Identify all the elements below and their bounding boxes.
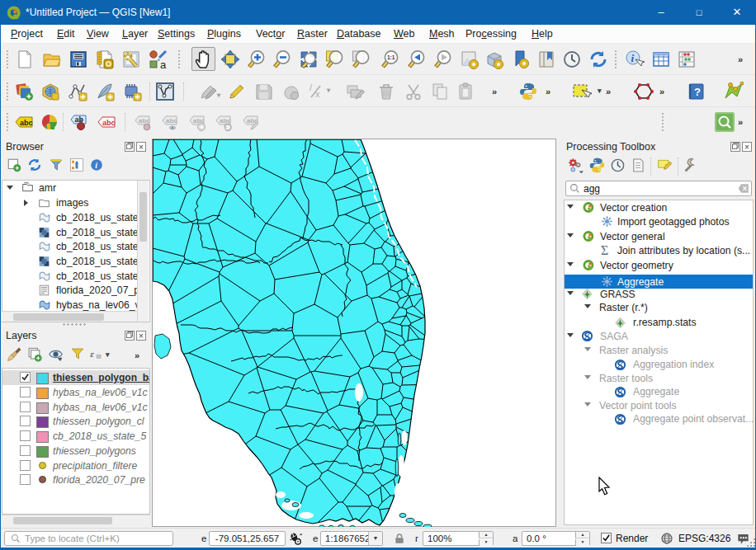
svg-text:i: i [95,161,97,170]
svg-text:ε: ε [90,349,94,359]
